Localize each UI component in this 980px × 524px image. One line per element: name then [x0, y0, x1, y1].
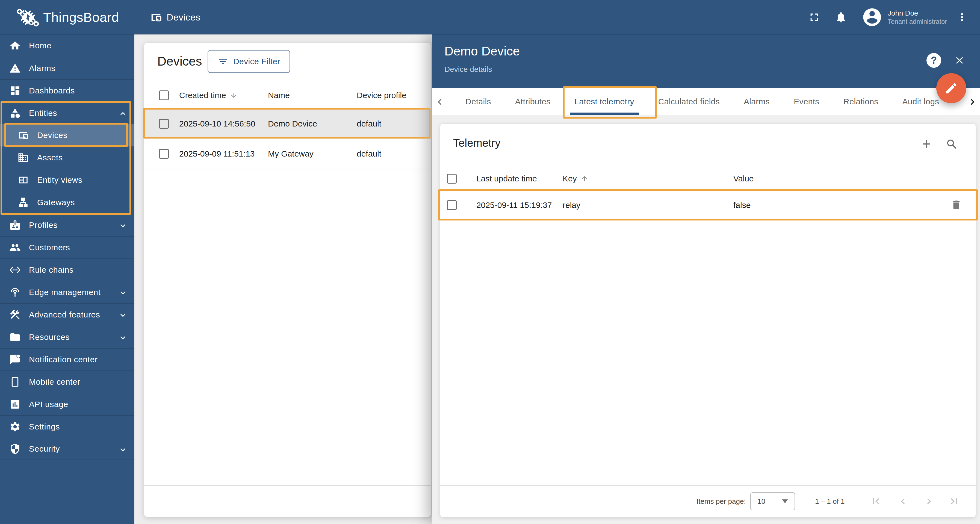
sidebar-item-notification-center[interactable]: Notification center [0, 348, 134, 371]
fullscreen-icon[interactable] [808, 11, 821, 24]
devices-icon [18, 129, 29, 141]
page-range-label: 1 – 1 of 1 [815, 486, 845, 517]
user-role: Tenant administrator [888, 18, 956, 25]
delete-trash-icon[interactable] [950, 199, 962, 211]
tabs-scroll-left-icon[interactable] [434, 88, 449, 115]
details-tabs: Details Attributes Latest telemetry Calc… [432, 88, 980, 115]
sidebar-item-api-usage[interactable]: API usage [0, 393, 134, 415]
close-icon[interactable] [954, 55, 965, 66]
row-checkbox[interactable] [159, 119, 169, 129]
cell-value: false [733, 190, 751, 220]
cell-name: Demo Device [268, 109, 317, 139]
thingsboard-logo[interactable]: ThingsBoard [17, 6, 119, 28]
sidebar-item-advanced-features[interactable]: Advanced features [0, 303, 134, 326]
profiles-icon [9, 220, 21, 231]
select-all-checkbox[interactable] [447, 174, 457, 183]
column-key[interactable]: Key [563, 167, 588, 190]
details-title: Demo Device [444, 44, 520, 59]
cell-device-profile: default [357, 109, 381, 139]
chevron-down-icon [118, 333, 128, 342]
devices-table-footer [144, 485, 431, 517]
telemetry-row-relay[interactable]: 2025-09-11 15:19:37 relay false [440, 190, 976, 220]
cell-created-time: 2025-09-09 11:51:13 [179, 139, 255, 169]
column-device-profile[interactable]: Device profile [357, 82, 406, 109]
previous-page-icon[interactable] [897, 495, 909, 507]
sidebar-item-entities[interactable]: Entities [0, 102, 134, 124]
device-row-demo-device[interactable]: 2025-09-10 14:56:50 Demo Device default [144, 109, 431, 139]
dropdown-arrow-icon [782, 499, 788, 503]
sidebar-item-alarms[interactable]: Alarms [0, 57, 134, 79]
items-per-page-label: Items per page: [697, 486, 746, 517]
add-telemetry-icon[interactable] [920, 137, 933, 151]
search-icon[interactable] [946, 138, 958, 151]
user-name: John Doe [888, 9, 956, 18]
tab-alarms[interactable]: Alarms [739, 88, 775, 115]
next-page-icon[interactable] [923, 495, 935, 507]
sidebar-item-edge-management[interactable]: Edge management [0, 281, 134, 303]
first-page-icon[interactable] [870, 495, 882, 507]
sort-desc-icon [230, 92, 238, 99]
telemetry-pagination: Items per page: 10 1 – 1 of 1 [440, 485, 976, 517]
chevron-up-icon [118, 109, 128, 119]
sidebar-item-settings[interactable]: Settings [0, 415, 134, 438]
select-all-checkbox[interactable] [159, 91, 169, 100]
tab-calculated-fields[interactable]: Calculated fields [653, 88, 725, 115]
device-details-panel: Demo Device Device details ? Details Att… [432, 34, 980, 524]
row-checkbox[interactable] [159, 149, 169, 159]
assets-icon [18, 152, 29, 163]
column-value[interactable]: Value [733, 167, 754, 190]
details-header: Demo Device Device details ? [432, 34, 980, 88]
help-icon[interactable]: ? [926, 53, 941, 68]
security-shield-icon [9, 443, 21, 455]
tab-relations[interactable]: Relations [838, 88, 883, 115]
cell-key: relay [563, 190, 581, 220]
device-row-my-gateway[interactable]: 2025-09-09 11:51:13 My Gateway default [144, 139, 431, 169]
alarm-warning-icon [9, 62, 21, 74]
mobile-center-icon [9, 376, 21, 388]
entities-icon [9, 107, 21, 119]
sidebar-item-security[interactable]: Security [0, 438, 134, 460]
sidebar-item-mobile-center[interactable]: Mobile center [0, 371, 134, 393]
page-size-select[interactable]: 10 [750, 492, 795, 510]
kebab-menu-icon[interactable] [956, 11, 968, 23]
last-page-icon[interactable] [948, 495, 960, 507]
resources-folder-icon [9, 331, 21, 343]
chevron-down-icon [118, 311, 128, 320]
app-header: ThingsBoard Devices John Doe Tenant admi… [0, 0, 980, 34]
column-last-update-time[interactable]: Last update time [476, 167, 537, 190]
cell-last-update-time: 2025-09-11 15:19:37 [476, 190, 552, 220]
row-checkbox[interactable] [447, 200, 457, 210]
sidebar-item-home[interactable]: Home [0, 34, 134, 57]
sidebar-item-entity-views[interactable]: Entity views [0, 169, 134, 191]
sidebar-item-resources[interactable]: Resources [0, 326, 134, 348]
tab-latest-telemetry[interactable]: Latest telemetry [570, 88, 639, 115]
logo-text: ThingsBoard [43, 10, 119, 25]
notification-center-icon [9, 354, 21, 365]
edge-management-icon [9, 287, 21, 298]
edit-fab-button[interactable] [936, 73, 966, 103]
tab-details[interactable]: Details [460, 88, 496, 115]
device-filter-button[interactable]: Device Filter [208, 50, 290, 73]
sidebar-item-rule-chains[interactable]: Rule chains [0, 258, 134, 281]
sidebar-item-customers[interactable]: Customers [0, 236, 134, 258]
tab-attributes[interactable]: Attributes [510, 88, 555, 115]
sidebar-item-profiles[interactable]: Profiles [0, 213, 134, 236]
sidebar-item-assets[interactable]: Assets [0, 147, 134, 169]
sort-asc-icon [581, 175, 588, 183]
user-avatar[interactable] [861, 6, 883, 28]
chevron-down-icon [118, 221, 128, 231]
sidebar-item-devices[interactable]: Devices [0, 124, 134, 147]
page-title: Devices [167, 12, 200, 23]
sidebar-item-gateways[interactable]: Gateways [0, 191, 134, 213]
notifications-bell-icon[interactable] [835, 11, 847, 24]
settings-gear-icon [9, 421, 21, 432]
devices-card-title: Devices [158, 54, 202, 68]
column-created-time[interactable]: Created time [179, 82, 238, 109]
tab-events[interactable]: Events [789, 88, 824, 115]
breadcrumb: Devices [150, 11, 200, 24]
home-icon [9, 40, 21, 51]
sidebar-item-dashboards[interactable]: Dashboards [0, 79, 134, 102]
column-name[interactable]: Name [268, 82, 290, 109]
rule-chains-icon [9, 264, 21, 276]
devices-table-card: Devices Device Filter Created time Name … [144, 43, 431, 517]
